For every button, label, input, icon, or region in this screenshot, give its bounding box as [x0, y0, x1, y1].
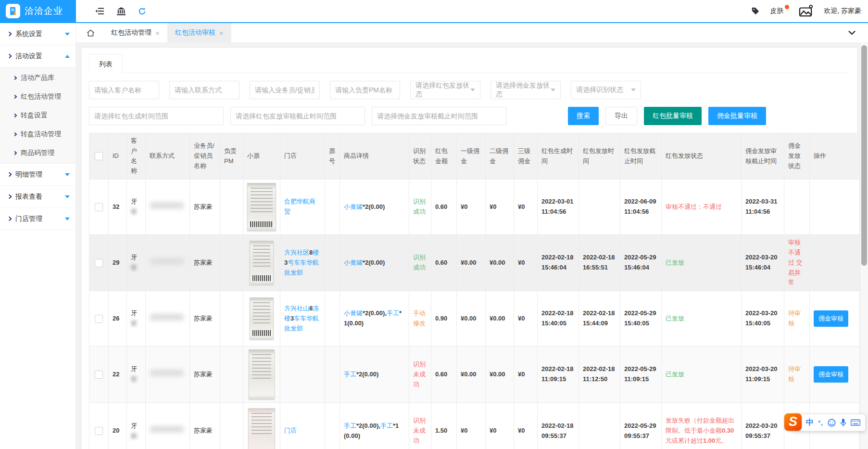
sidebar-subitem[interactable]: 商品码管理: [0, 143, 75, 162]
notification-dot: [785, 5, 789, 9]
row-checkbox[interactable]: [95, 315, 103, 323]
filter-text-input-0[interactable]: [89, 81, 159, 99]
product-link[interactable]: 小黄罐*2(0.00): [344, 259, 385, 266]
tag-icon[interactable]: [752, 7, 759, 15]
refresh-icon[interactable]: [138, 7, 146, 15]
tab-active-page[interactable]: 红包活动审核×: [167, 23, 231, 42]
emoji-icon[interactable]: [828, 419, 836, 427]
sidebar-subitem[interactable]: 转盘活动管理: [0, 125, 75, 143]
cell-contact: [146, 180, 190, 235]
ime-punctuation-icon[interactable]: °,: [818, 419, 823, 426]
store-link[interactable]: 门店: [284, 427, 297, 434]
cell-send-status: 审核不通过：不通过: [662, 180, 742, 235]
tabbar-chevron-down-icon[interactable]: [848, 23, 855, 42]
status-text: 审核不通过：不通过: [666, 203, 722, 210]
product-link[interactable]: 手工*2(0.00): [344, 371, 378, 378]
receipt-thumbnail[interactable]: [250, 297, 274, 340]
cell-checkbox: [89, 235, 109, 291]
status-text: 识别成功: [413, 198, 426, 215]
chevron-right-icon: [13, 132, 17, 136]
store-link[interactable]: 方兴社区8楼3号车车华航批发部: [284, 249, 319, 276]
site-building-icon[interactable]: [117, 7, 126, 15]
store-link[interactable]: 合肥华航商贸: [284, 198, 315, 215]
cell-commission-status: [784, 180, 810, 235]
avatar-image-icon[interactable]: [799, 5, 813, 17]
sogou-logo[interactable]: S: [784, 413, 802, 431]
sidebar-subitem-label: 转盘活动管理: [21, 130, 61, 139]
filter-text-input-2[interactable]: [250, 81, 320, 99]
select-all-checkbox[interactable]: [95, 152, 103, 160]
cell-commission-2: ¥0.00: [486, 346, 514, 403]
tab-close-icon[interactable]: ×: [155, 29, 160, 37]
product-link[interactable]: 手工*2(0.00),手工*1(0.00): [344, 422, 399, 439]
sidebar-item[interactable]: 系统设置: [0, 23, 75, 45]
sidebar-item-label: 报表查看: [15, 192, 42, 201]
sidebar-item-label: 活动设置: [15, 52, 42, 61]
microphone-icon[interactable]: [840, 418, 846, 427]
receipt-thumbnail[interactable]: [248, 408, 275, 449]
cell-send-deadline: 2022-05-29 15:40:05: [620, 291, 662, 346]
filter-date-range-1[interactable]: [230, 107, 365, 125]
receipt-thumbnail[interactable]: [247, 183, 276, 231]
product-link[interactable]: 小黄罐*2(0.00),手工*1(0.00): [344, 309, 402, 327]
cell-product-detail: 手工*2(0.00),手工*1(0.00): [340, 403, 409, 449]
commission-audit-button[interactable]: 佣金审核: [814, 366, 848, 383]
skin-menu[interactable]: 皮肤: [770, 7, 788, 15]
filter-select-0[interactable]: 请选择红包发放状态: [410, 81, 480, 99]
cell-contact: [146, 235, 190, 291]
filter-text-input-3[interactable]: [330, 81, 400, 99]
filter-text-input-1[interactable]: [169, 81, 239, 99]
cell-customer: 牙签: [127, 291, 146, 346]
filter-select-1[interactable]: 请选择佣金发放状态: [491, 81, 561, 99]
export-button[interactable]: 导出: [605, 107, 637, 125]
filter-row-2: 搜索导出红包批量审核佣金批量审核: [89, 107, 850, 125]
sidebar-item[interactable]: 活动设置: [0, 45, 75, 67]
row-checkbox[interactable]: [95, 203, 103, 211]
filter-date-range-0[interactable]: [89, 107, 224, 125]
col-header-16: 红包发放时间: [579, 133, 620, 180]
scrollbar-thumb[interactable]: [861, 45, 867, 266]
store-link[interactable]: 方兴社山8冻楼3车车华航批发部: [284, 305, 319, 332]
receipt-thumbnail[interactable]: [250, 241, 274, 285]
sidebar-subitem[interactable]: 转盘设置: [0, 106, 75, 125]
ime-mode-chinese[interactable]: 中: [806, 418, 814, 428]
tab-close-icon[interactable]: ×: [219, 29, 224, 37]
vertical-scrollbar[interactable]: [860, 42, 868, 449]
collapse-sidebar-icon[interactable]: [95, 7, 104, 15]
col-header-10: 识别状态: [409, 133, 431, 180]
table-row: 26牙签苏家豪方兴社山8冻楼3车车华航批发部小黄罐*2(0.00),手工*1(0…: [89, 291, 860, 346]
row-checkbox[interactable]: [95, 371, 103, 379]
filter-select-2[interactable]: 请选择识别状态: [571, 81, 641, 99]
col-header-19: 佣金发放审核截止时间: [742, 133, 784, 180]
cell-generate-time: 2022-02-18 15:40:05: [538, 291, 579, 346]
sidebar-item[interactable]: 门店管理: [0, 208, 75, 230]
row-checkbox[interactable]: [95, 259, 103, 267]
contact-blurred: [150, 370, 184, 376]
commission-batch-audit-button[interactable]: 佣金批量审核: [708, 107, 766, 125]
cell-send-time: [579, 180, 620, 235]
search-button[interactable]: 搜索: [568, 107, 599, 125]
filter-row-1: 请选择红包发放状态请选择佣金发放状态请选择识别状态: [89, 81, 850, 99]
ime-toolbar[interactable]: S 中 °,: [792, 414, 866, 431]
sidebar-item[interactable]: 报表查看: [0, 186, 75, 208]
home-tab-icon[interactable]: [76, 23, 103, 42]
brand-logo[interactable]: 洽洽企业: [0, 0, 76, 23]
customer-name-blurred: 签: [131, 375, 137, 383]
tab-list[interactable]: 列表: [89, 54, 123, 73]
tab-page[interactable]: 红包活动管理×: [103, 23, 167, 42]
col-header-13: 二级佣金: [486, 133, 514, 180]
red-batch-audit-button[interactable]: 红包批量审核: [644, 107, 702, 125]
cell-commission-3: ¥0: [514, 346, 538, 403]
keyboard-icon[interactable]: [851, 419, 860, 426]
sidebar-item[interactable]: 明细管理: [0, 164, 75, 186]
welcome-text[interactable]: 欢迎, 苏家豪: [824, 7, 861, 15]
row-checkbox[interactable]: [95, 427, 103, 435]
filter-date-range-2[interactable]: [372, 107, 506, 125]
cell-commission-3: ¥0: [514, 235, 538, 291]
receipt-thumbnail[interactable]: [249, 349, 275, 399]
product-link[interactable]: 小黄罐*2(0.00): [344, 203, 385, 210]
sidebar-subitem[interactable]: 活动产品库: [0, 68, 75, 87]
commission-audit-button[interactable]: 佣金审核: [814, 310, 848, 327]
table-row: 20牙刷苏家豪门店手工*2(0.00),手工*1(0.00)识别未成功1.50¥…: [89, 403, 860, 449]
sidebar-subitem[interactable]: 红包活动管理: [0, 87, 75, 106]
